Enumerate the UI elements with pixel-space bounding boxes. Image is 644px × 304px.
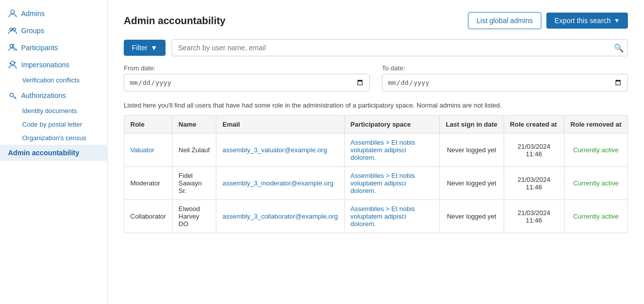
page-header: Admin accountability List global admins … [124,12,628,29]
person-swap-icon [8,60,17,69]
status-active-badge: Currently active [573,146,618,154]
cell-participatory-space: Assemblies > Et nobis voluptatem adipisc… [344,134,439,167]
participatory-space-link[interactable]: Assemblies > Et nobis voluptatem adipisc… [351,205,415,228]
col-header-participatory-space: Participatory space [344,116,439,134]
sidebar-item-admins[interactable]: Admins [0,5,107,22]
sidebar-item-organizations-census[interactable]: Organization's census [0,131,107,145]
data-table: Role Name Email Participatory space Last… [124,115,628,233]
filter-button[interactable]: Filter ▼ [124,40,166,56]
search-input[interactable] [172,39,628,56]
export-button-label: Export this search [554,17,611,25]
page-title: Admin accountability [124,15,225,27]
sidebar-item-verification-conflicts-label: Verification conflicts [22,76,79,84]
col-header-email: Email [216,116,344,134]
sidebar-item-identity-documents-label: Identity documents [22,107,77,115]
info-text: Listed here you'll find all users that h… [124,102,628,109]
people-icon [8,43,17,52]
sidebar-item-organizations-census-label: Organization's census [22,134,87,142]
export-search-button[interactable]: Export this search ▼ [546,13,628,29]
cell-email: assembly_3_collaborator@example.org [216,200,344,233]
to-date-group: To date: [382,64,628,91]
filter-button-label: Filter [132,44,147,52]
cell-email: assembly_3_moderator@example.org [216,167,344,200]
main-content: Admin accountability List global admins … [108,0,644,304]
sidebar-item-code-by-postal-letter[interactable]: Code by postal letter [0,118,107,131]
role-link[interactable]: Valuator [130,146,154,154]
email-link[interactable]: assembly_3_moderator@example.org [222,179,334,187]
cell-last-sign-in: Never logged yet [440,167,504,200]
sidebar-item-verification-conflicts[interactable]: Verification conflicts [0,73,107,87]
email-link[interactable]: assembly_3_collaborator@example.org [222,213,338,220]
from-date-label: From date: [124,64,370,72]
table-row: ModeratorFidel Sawayn Sr.assembly_3_mode… [124,167,628,200]
table-row: ValuatorNeil Zulaufassembly_3_valuator@e… [124,134,628,167]
sidebar-item-groups[interactable]: Groups [0,22,107,39]
sidebar-item-participants[interactable]: Participants [0,39,107,56]
sidebar-item-impersonations-label: Impersonations [21,61,69,69]
cell-role-created-at: 21/03/2024 11:46 [504,134,564,167]
search-icon-button[interactable]: 🔍 [614,43,624,53]
cell-role-created-at: 21/03/2024 11:46 [504,167,564,200]
participatory-space-link[interactable]: Assemblies > Et nobis voluptatem adipisc… [351,172,415,194]
email-link[interactable]: assembly_3_valuator@example.org [222,146,327,154]
filter-row: Filter ▼ 🔍 [124,39,628,56]
col-header-role-created: Role created at [504,116,564,134]
cell-role: Moderator [124,167,173,200]
cell-last-sign-in: Never logged yet [440,134,504,167]
date-row: From date: To date: [124,64,628,91]
sidebar-item-admins-label: Admins [21,10,45,18]
cell-last-sign-in: Never logged yet [440,200,504,233]
sidebar-item-authorizations[interactable]: Authorizations [0,87,107,104]
sidebar-item-code-by-postal-letter-label: Code by postal letter [22,121,82,128]
sidebar-item-participants-label: Participants [21,44,58,52]
cell-role-created-at: 21/03/2024 11:46 [504,200,564,233]
search-box: 🔍 [172,39,628,56]
from-date-input[interactable] [124,74,370,91]
table-row: CollaboratorElwood Harvey DOassembly_3_c… [124,200,628,233]
header-buttons: List global admins Export this search ▼ [468,12,628,29]
sidebar-item-admin-accountability-label: Admin accountability [8,149,79,157]
col-header-role-removed: Role removed at [564,116,627,134]
sidebar-item-identity-documents[interactable]: Identity documents [0,104,107,118]
from-date-group: From date: [124,64,370,91]
cell-name: Elwood Harvey DO [172,200,216,233]
participatory-space-link[interactable]: Assemblies > Et nobis voluptatem adipisc… [351,139,415,161]
status-active-badge: Currently active [573,179,618,187]
key-icon [8,91,17,100]
table-header: Role Name Email Participatory space Last… [124,116,628,134]
svg-point-2 [13,28,16,31]
cell-participatory-space: Assemblies > Et nobis voluptatem adipisc… [344,200,439,233]
cell-role: Collaborator [124,200,173,233]
person-icon [8,9,17,18]
svg-point-5 [10,93,14,97]
cell-role: Valuator [124,134,173,167]
sidebar-item-authorizations-label: Authorizations [21,91,66,99]
col-header-last-sign-in: Last sign in date [440,116,504,134]
group-icon [8,26,17,35]
cell-role-removed-at: Currently active [564,200,627,233]
svg-point-4 [11,61,14,65]
cell-role-removed-at: Currently active [564,167,627,200]
col-header-name: Name [172,116,216,134]
cell-email: assembly_3_valuator@example.org [216,134,344,167]
sidebar-item-groups-label: Groups [21,27,44,35]
cell-name: Fidel Sawayn Sr. [172,167,216,200]
col-header-role: Role [124,116,173,134]
cell-participatory-space: Assemblies > Et nobis voluptatem adipisc… [344,167,439,200]
table-body: ValuatorNeil Zulaufassembly_3_valuator@e… [124,134,628,233]
filter-chevron-icon: ▼ [150,44,157,52]
svg-point-0 [11,10,14,14]
list-global-admins-button[interactable]: List global admins [468,12,541,29]
cell-role-removed-at: Currently active [564,134,627,167]
to-date-label: To date: [382,64,628,72]
status-active-badge: Currently active [573,213,618,220]
sidebar: Admins Groups Participants [0,0,108,304]
to-date-input[interactable] [382,74,628,91]
chevron-down-icon: ▼ [614,17,620,24]
search-icon: 🔍 [614,44,624,52]
sidebar-item-impersonations[interactable]: Impersonations [0,56,107,73]
cell-name: Neil Zulauf [172,134,216,167]
sidebar-item-admin-accountability[interactable]: Admin accountability [0,145,107,161]
